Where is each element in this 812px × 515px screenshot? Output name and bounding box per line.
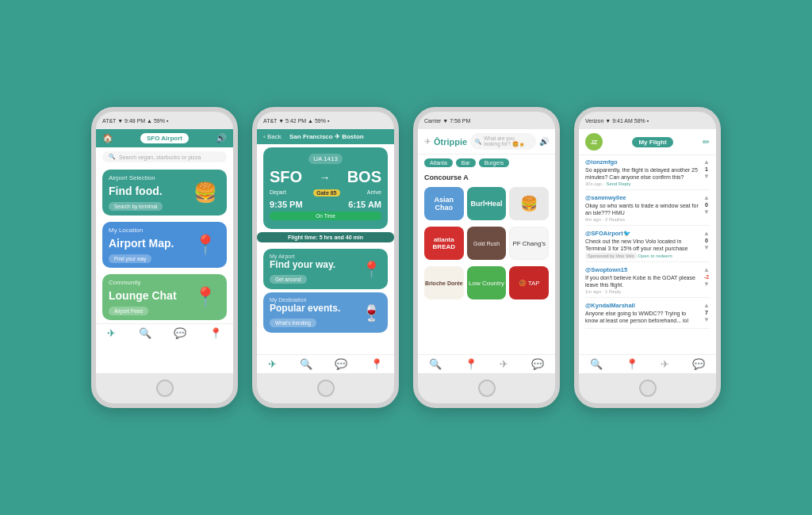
nav-chat-icon-3[interactable]: 💬: [531, 358, 544, 370]
community-label: Community: [109, 279, 177, 286]
airport-map-label: My Location: [109, 227, 177, 234]
mcdonalds-item[interactable]: 🍔: [509, 187, 549, 220]
nav-location-icon-3[interactable]: 📍: [465, 358, 477, 370]
post-3-votes: ▲ 0 ▼: [703, 230, 710, 258]
send-reply-btn-1[interactable]: · Send Reply: [603, 181, 630, 186]
on-time-badge: On Time: [270, 212, 381, 220]
open-redeem-link[interactable]: Open to redeem: [638, 254, 672, 258]
departure-code: SFO: [270, 168, 302, 186]
search-bar-3[interactable]: 🔍 What are you looking for? 🍔🍺: [470, 133, 536, 150]
nav-flight-icon-2[interactable]: ✈: [268, 358, 277, 370]
phone-1-carrier: AT&T ▼ 9:48 PM ▲ 59% ▪: [102, 118, 168, 124]
flight-duration: Flight time: 5 hrs and 40 min: [257, 232, 394, 242]
phone-3-wrapper: Carrier ▼ 7:58 PM ✈ Ôtrippie 🔍 What are …: [413, 107, 560, 408]
my-destination-main: Popular events.: [270, 303, 340, 314]
phone-2-status-bar: AT&T ▼ 5:42 PM ▲ 59% ▪: [257, 112, 394, 129]
phone-1-screen: 🏠 SFO Airport 🔊 🔍 Search vegan, starbuck…: [96, 129, 233, 373]
phone-1-wrapper: AT&T ▼ 9:48 PM ▲ 59% ▪ 🏠 SFO Airport 🔊 🔍…: [91, 107, 238, 408]
speaker-icon-3: 🔊: [539, 137, 549, 146]
airport-map-title: Airport Map.: [109, 238, 177, 250]
nav-location-icon-2[interactable]: 📍: [370, 358, 383, 370]
post-4-meta: 1m ago · 1 Reply: [585, 289, 699, 294]
nav-chat-icon-2[interactable]: 💬: [335, 358, 347, 370]
arrive-label: Arrive: [367, 189, 381, 196]
phone-4-carrier: Verizon ▼ 9:41 AM 58% ▪: [585, 118, 649, 124]
burlheal-item[interactable]: Burl•Heal: [467, 187, 507, 220]
nav-home-icon-1[interactable]: ✈: [107, 327, 116, 339]
post-3-sponsored: @SFOAirport🐦 Check out the new Vino Volo…: [585, 230, 710, 261]
phone-3-status-bar: Carrier ▼ 7:58 PM: [418, 112, 555, 129]
home-button-1[interactable]: [156, 380, 174, 397]
gold-rush-item[interactable]: Gold Rush: [467, 227, 507, 260]
airport-feed-button[interactable]: Airport Feed: [109, 307, 148, 315]
home-button-2[interactable]: [317, 380, 335, 397]
post-3-username: @SFOAirport🐦: [585, 230, 699, 237]
nav-flight-icon-4[interactable]: ✈: [661, 358, 669, 370]
brioche-item[interactable]: Brioche Dorée: [424, 266, 464, 299]
atlanta-bread-item[interactable]: atlanta BREAD: [424, 227, 464, 260]
get-around-button[interactable]: Get around: [270, 275, 307, 284]
search-terminal-button[interactable]: Search by terminal: [109, 202, 163, 211]
post-4: @Swoptown15 If you don't believe Kobe is…: [585, 266, 710, 298]
post-2-votes: ▲ 0 ▼: [703, 194, 710, 222]
search-icon-1: 🔍: [109, 154, 116, 160]
phone-3-nav: 🔍 📍 ✈ 💬: [418, 354, 555, 373]
home-icon[interactable]: 🏠: [102, 133, 113, 143]
nav-chat-icon-4[interactable]: 💬: [692, 358, 705, 370]
phone-1: AT&T ▼ 9:48 PM ▲ 59% ▪ 🏠 SFO Airport 🔊 🔍…: [91, 107, 238, 408]
my-destination-card: My Destination Popular events. What's tr…: [263, 292, 388, 333]
user-avatar: JZ: [585, 133, 603, 151]
my-destination-label: My Destination: [270, 297, 340, 303]
phone-1-bottom: [96, 373, 233, 403]
my-flight-badge[interactable]: My Flight: [632, 137, 672, 147]
post-3-content: @SFOAirport🐦 Check out the new Vino Volo…: [585, 230, 699, 258]
post-1-votes: ▲ 1 ▼: [703, 158, 710, 186]
edit-icon[interactable]: ✏: [703, 137, 710, 147]
search-bar-1[interactable]: 🔍 Search vegan, starbucks or pizza: [102, 151, 227, 162]
wine-glass-icon: 🍷: [362, 303, 381, 322]
post-1-meta: 30s ago · Send Reply: [585, 181, 699, 186]
back-button[interactable]: ‹ Back: [263, 133, 282, 140]
nav-location-icon-4[interactable]: 📍: [626, 358, 638, 370]
arrive-time: 6:15 AM: [348, 200, 381, 209]
whats-trending-button[interactable]: What's trending: [270, 319, 316, 327]
nav-flight-icon-3[interactable]: ✈: [500, 358, 508, 370]
asian-chao-item[interactable]: Asian Chao: [424, 187, 464, 220]
my-destination-text: My Destination Popular events. What's tr…: [270, 297, 340, 328]
category-burgers[interactable]: Burgers: [479, 158, 510, 167]
category-bar[interactable]: Bar: [456, 158, 476, 167]
search-placeholder-1: Search vegan, starbucks or pizza: [119, 154, 201, 160]
pf-changs-item[interactable]: PF Chang's: [509, 227, 549, 260]
nav-search-icon-1[interactable]: 🔍: [139, 327, 151, 339]
map-pin-emoji: 📍: [183, 222, 227, 268]
airport-badge[interactable]: SFO Airport: [140, 133, 189, 143]
nav-search-icon-4[interactable]: 🔍: [590, 358, 603, 370]
sponsored-badge: Sponsored by Vino Volo: [585, 253, 637, 259]
home-button-3[interactable]: [478, 380, 496, 397]
phone-2-bottom: [257, 373, 394, 403]
nav-location-icon-1[interactable]: 📍: [209, 327, 222, 339]
atlanta-hawks-item[interactable]: 🏀 TAP: [509, 266, 549, 299]
posts-feed: @ionzmfgo So apparently, the flight is d…: [579, 155, 716, 354]
find-way-button[interactable]: Find your way: [109, 254, 151, 263]
low-country-item[interactable]: Low Country: [467, 266, 507, 299]
post-1-text: So apparently, the flight is delayed ano…: [585, 166, 699, 181]
find-food-content: Airport Selection Find food. Search by t…: [102, 170, 183, 216]
my-airport-main: Find your way.: [270, 259, 335, 270]
post-1-content: @ionzmfgo So apparently, the flight is d…: [585, 158, 699, 186]
nav-search-icon-2[interactable]: 🔍: [300, 358, 312, 370]
airport-map-icon: 📍: [362, 260, 381, 279]
my-airport-text: My Airport Find your way. Get around: [270, 254, 335, 284]
phone-4-header: JZ My Flight ✏: [579, 129, 716, 155]
phone-2-header: ‹ Back San Francisco ✈ Boston: [257, 129, 394, 144]
phone-4-bottom: [579, 373, 716, 403]
post-1: @ionzmfgo So apparently, the flight is d…: [585, 158, 710, 190]
nav-chat-icon-1[interactable]: 💬: [174, 327, 186, 339]
phone-1-header: 🏠 SFO Airport 🔊: [96, 129, 233, 147]
category-atlanta[interactable]: Atlanta: [424, 158, 453, 167]
home-button-4[interactable]: [639, 380, 657, 397]
post-5-content: @KyndalMarshall Anyone else going to WWD…: [585, 302, 699, 325]
airport-map-content: My Location Airport Map. Find your way: [102, 222, 183, 268]
find-food-card: Airport Selection Find food. Search by t…: [102, 170, 227, 216]
nav-search-icon-3[interactable]: 🔍: [429, 358, 442, 370]
